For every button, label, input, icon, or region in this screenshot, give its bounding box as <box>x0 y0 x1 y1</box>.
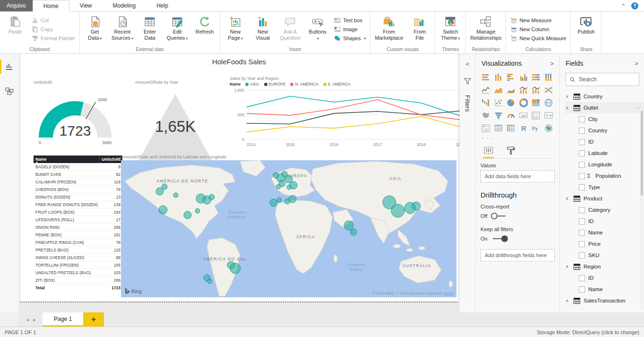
map-bubble[interactable] <box>350 229 357 235</box>
field-checkbox[interactable] <box>579 252 585 259</box>
keep-all-filters-toggle[interactable]: On <box>481 235 555 242</box>
field-item-id[interactable]: ID <box>565 136 644 147</box>
viz-waterfall-icon[interactable] <box>481 97 491 108</box>
viz-clustered-bar-icon[interactable] <box>506 72 516 82</box>
field-item-country[interactable]: Country <box>565 125 644 136</box>
table-row[interactable]: LIFESAVERS (ROLL)17 <box>34 216 122 224</box>
cut-button[interactable]: Cut <box>30 17 77 24</box>
map-bubble[interactable] <box>276 184 281 189</box>
viz-100-bar-icon[interactable] <box>531 72 541 82</box>
collapse-visualizations-icon[interactable]: > <box>550 60 554 67</box>
map-bubble[interactable] <box>344 221 353 230</box>
report-view-button[interactable] <box>0 59 19 75</box>
field-checkbox[interactable] <box>579 162 585 168</box>
map-bubble[interactable] <box>209 194 215 200</box>
map-bubble[interactable] <box>290 181 297 189</box>
viz-arcgis-icon[interactable] <box>543 123 554 133</box>
text-box-button[interactable]: AText box <box>333 17 367 24</box>
field-checkbox[interactable] <box>579 218 585 225</box>
field-item-latitude[interactable]: Latitude <box>565 147 644 159</box>
search-input[interactable] <box>578 76 635 83</box>
table-row[interactable]: BAGELS (DOZEN)8 <box>34 163 122 171</box>
viz-ribbon-icon[interactable] <box>543 85 554 95</box>
filters-pane-collapsed[interactable]: < Filters <box>460 54 476 312</box>
field-item-category[interactable]: Category <box>565 204 644 216</box>
image-button[interactable]: Image <box>333 26 367 33</box>
viz-slicer-icon[interactable] <box>481 123 491 133</box>
viz-area-icon[interactable] <box>493 85 504 95</box>
table-row[interactable]: CALAMARI (FROZEN)119 <box>34 178 122 186</box>
field-item-name[interactable]: Name <box>565 284 644 295</box>
next-page-icon[interactable]: ▸ <box>34 317 36 323</box>
fields-scrollbar[interactable] <box>640 111 644 309</box>
new-page-button[interactable]: NewPage▾ <box>222 13 249 46</box>
model-view-button[interactable] <box>0 83 19 99</box>
viz-filled-map-icon[interactable] <box>481 110 491 121</box>
format-painter-button[interactable]: Format Painter <box>30 35 77 42</box>
expand-filters-icon[interactable]: < <box>466 60 470 68</box>
table-row[interactable]: PINEAPPLE RINGS (CAN)78 <box>34 239 122 246</box>
field-item-price[interactable]: Price <box>565 238 644 250</box>
viz-scatter-icon[interactable] <box>493 97 504 108</box>
edit-queries-button[interactable]: EditQueries▾ <box>164 13 190 46</box>
table-row[interactable]: DONUTS (DOZEN)13 <box>34 193 122 201</box>
report-canvas[interactable]: HoleFoods Sales UnitsSold 2000172303000 … <box>19 54 460 312</box>
table-row[interactable]: FRUIT LOOPS (BOX)154 <box>34 208 122 216</box>
field-checkbox[interactable] <box>579 275 585 281</box>
viz-line-stacked-column-icon[interactable] <box>518 85 529 95</box>
map-bubble[interactable] <box>173 193 178 198</box>
from-file-button[interactable]: FromFile <box>406 13 433 46</box>
map-bubble[interactable] <box>184 211 191 219</box>
paste-button[interactable]: Paste <box>2 13 28 46</box>
table-row[interactable]: BUNDT CAKE82 <box>34 171 122 178</box>
page-tab[interactable]: Page 1 <box>43 312 83 327</box>
viz-line-icon[interactable] <box>481 85 491 95</box>
field-item-type[interactable]: Type <box>565 181 644 193</box>
legend-item[interactable]: S. AMERICA <box>323 82 351 86</box>
collapse-ribbon-icon[interactable]: ^ <box>622 3 625 9</box>
shapes-button[interactable]: Shapes▾ <box>333 35 367 42</box>
switch-theme-button[interactable]: SwitchTheme▾ <box>437 13 464 46</box>
table-row[interactable]: FREE-RANGE DONUTS (DOZEN)138 <box>34 201 122 208</box>
viz-treemap-icon[interactable] <box>531 97 541 108</box>
table-header-name[interactable]: Name▲ <box>34 156 100 163</box>
field-checkbox[interactable] <box>579 128 585 134</box>
menu-tab-modeling[interactable]: Modeling <box>103 0 146 11</box>
get-data-button[interactable]: GetData▾ <box>82 13 108 46</box>
map-bubble[interactable] <box>159 206 167 214</box>
viz-stacked-column-icon[interactable] <box>493 72 504 82</box>
report-page[interactable]: HoleFoods Sales UnitsSold 2000172303000 … <box>20 54 458 302</box>
legend-item[interactable]: N. AMERICA <box>290 82 318 86</box>
help-icon[interactable]: ? <box>631 2 638 9</box>
refresh-button[interactable]: Refresh <box>191 13 218 46</box>
manage-relationships-button[interactable]: ManageRelationships <box>468 13 504 46</box>
table-row[interactable]: ZITI (BOX)206 <box>34 277 122 284</box>
viz-clustered-column-icon[interactable] <box>518 72 529 82</box>
copy-button[interactable]: Copy <box>30 26 77 33</box>
buttons-button[interactable]: Buttons▾ <box>304 13 331 46</box>
publish-button[interactable]: Publish <box>573 13 599 46</box>
viz-gauge-icon[interactable] <box>506 110 516 121</box>
viz-matrix-icon[interactable] <box>506 123 516 133</box>
fields-tab[interactable] <box>483 146 494 158</box>
viz-multirow-card-icon[interactable] <box>531 110 541 121</box>
expand-collapse-icon[interactable]: ∧ <box>566 264 570 269</box>
add-data-fields-dropzone[interactable]: Add data fields here <box>481 170 555 182</box>
viz-r-icon[interactable]: R <box>518 123 529 133</box>
new-visual-button[interactable]: NewVisual <box>249 13 276 46</box>
table-row[interactable]: PRETZELS (BAG)115 <box>34 246 122 254</box>
map-bubble[interactable] <box>391 204 404 217</box>
menu-tab-view[interactable]: View <box>69 0 103 11</box>
table-row[interactable]: UNSALTED PRETZELS (BAG)103 <box>34 269 122 277</box>
field-checkbox[interactable] <box>579 230 585 236</box>
viz-pie-icon[interactable] <box>506 97 516 108</box>
field-checkbox[interactable] <box>579 116 585 122</box>
more-visuals-button[interactable]: · · · <box>481 134 555 145</box>
report-title[interactable]: HoleFoods Sales <box>20 58 458 66</box>
field-search[interactable] <box>566 73 639 86</box>
legend-item[interactable]: ASIA <box>245 82 259 86</box>
expand-collapse-icon[interactable]: ∧ <box>566 105 570 110</box>
field-checkbox[interactable] <box>579 150 585 156</box>
fields-table-country[interactable]: ∨Country <box>565 91 644 102</box>
fields-table-product[interactable]: ∧Product <box>565 193 644 204</box>
